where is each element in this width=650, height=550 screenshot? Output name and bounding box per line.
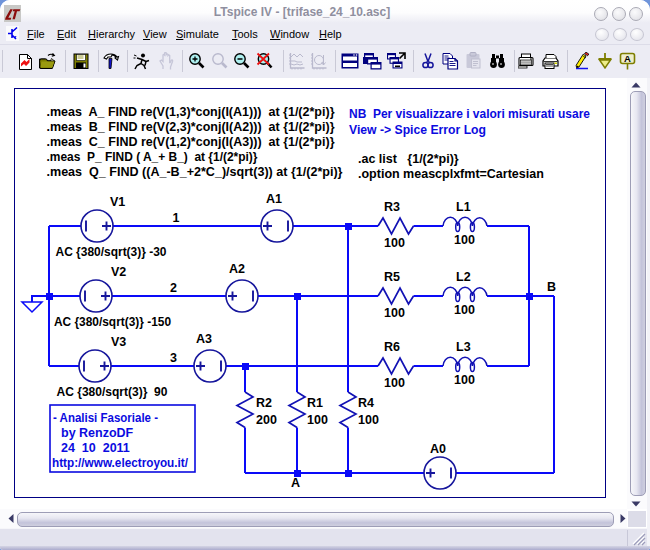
svg-text:B: B — [547, 280, 556, 294]
svg-text:L1: L1 — [456, 200, 471, 214]
svg-text:View -> Spice Error Log: View -> Spice Error Log — [349, 123, 486, 137]
svg-text:by RenzoDF: by RenzoDF — [61, 426, 134, 440]
svg-text:R5: R5 — [384, 270, 400, 284]
svg-text:A0: A0 — [430, 442, 446, 456]
svg-text:.meas A_ FIND re(V(1,3)*conj(: .meas A_ FIND re(V(1,3)*conj(I(A1))) at … — [47, 105, 335, 119]
svg-text:A1: A1 — [266, 192, 282, 206]
svg-text:100: 100 — [307, 413, 328, 427]
svg-text:L2: L2 — [456, 270, 471, 284]
svg-text:1: 1 — [173, 211, 180, 225]
svg-text:100: 100 — [454, 233, 475, 247]
svg-text:100: 100 — [454, 373, 475, 387]
svg-text:V1: V1 — [110, 195, 125, 209]
svg-text:.meas Q_ FIND ((A_-B_+2*C_)/s: .meas Q_ FIND ((A_-B_+2*C_)/sqrt(3)) at … — [47, 165, 343, 179]
svg-text:V2: V2 — [111, 265, 126, 279]
svg-text:NB Per visualizzare i valori: NB Per visualizzare i valori misurati us… — [349, 107, 590, 121]
svg-text:R2: R2 — [256, 396, 272, 410]
svg-text:A2: A2 — [229, 262, 245, 276]
svg-text:R6: R6 — [384, 340, 400, 354]
svg-text:24 10 2011: 24 10 2011 — [61, 441, 130, 455]
svg-text:.meas C_ FIND re(V(1,2)*conj(: .meas C_ FIND re(V(1,2)*conj(I(A3))) at … — [47, 135, 335, 149]
svg-text:.option meascplxfmt=Cartesian: .option meascplxfmt=Cartesian — [358, 167, 544, 181]
svg-text:AC {380/sqrt(3)} -150: AC {380/sqrt(3)} -150 — [54, 315, 171, 329]
svg-text:.meas B_ FIND re(V(2,3)*conj(: .meas B_ FIND re(V(2,3)*conj(I(A2))) at … — [47, 120, 335, 134]
svg-text:.meas P_ FIND ( A_+ B_) at {: .meas P_ FIND ( A_+ B_) at {1/(2*pi)} — [47, 150, 258, 164]
svg-text:AC {380/sqrt(3)} 90: AC {380/sqrt(3)} 90 — [57, 385, 168, 399]
svg-text:.ac list {1/(2*pi)}: .ac list {1/(2*pi)} — [358, 152, 459, 166]
svg-text:R3: R3 — [384, 200, 400, 214]
svg-text:A3: A3 — [196, 332, 212, 346]
svg-text:R1: R1 — [307, 396, 323, 410]
svg-text:2: 2 — [170, 281, 177, 295]
svg-text:100: 100 — [454, 303, 475, 317]
svg-text:- Analisi Fasoriale -: - Analisi Fasoriale - — [53, 411, 158, 425]
svg-text:AC {380/sqrt(3)} -30: AC {380/sqrt(3)} -30 — [56, 245, 167, 259]
svg-text:100: 100 — [384, 376, 405, 390]
svg-text:L3: L3 — [456, 340, 471, 354]
svg-text:3: 3 — [170, 351, 177, 365]
svg-text:100: 100 — [384, 236, 405, 250]
svg-text:A: A — [291, 476, 300, 490]
svg-text:100: 100 — [384, 306, 405, 320]
svg-text:100: 100 — [358, 413, 379, 427]
svg-text:http://www.electroyou.it/: http://www.electroyou.it/ — [52, 456, 188, 470]
svg-text:200: 200 — [256, 413, 277, 427]
svg-text:R4: R4 — [358, 396, 374, 410]
svg-text:V3: V3 — [111, 335, 126, 349]
